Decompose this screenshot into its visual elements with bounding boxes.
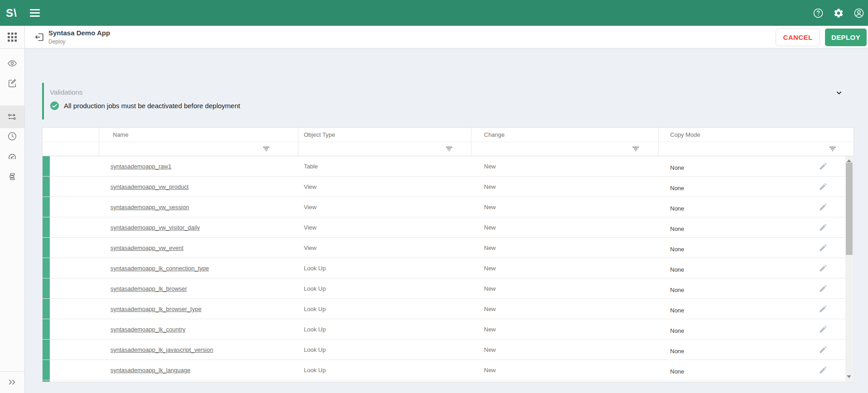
copy-mode-value[interactable]: None — [670, 266, 684, 273]
change-cell: New — [484, 204, 496, 211]
edit-pencil-icon[interactable] — [819, 162, 828, 171]
object-name-link[interactable]: syntasademoapp_vw_event — [110, 244, 183, 251]
collapse-chevron-down-icon[interactable] — [835, 89, 843, 97]
copy-mode-value[interactable]: None — [670, 225, 684, 232]
edit-pencil-icon[interactable] — [819, 304, 828, 313]
object-name-link[interactable]: syntasademoapp_lk_language — [110, 367, 190, 374]
filter-icon[interactable] — [446, 146, 453, 152]
filter-icon[interactable] — [632, 146, 639, 152]
sidebar-item-deploy-pipeline-icon[interactable] — [7, 112, 17, 122]
edit-pencil-icon[interactable] — [819, 365, 828, 374]
row-status-bar — [43, 197, 50, 217]
object-name-link[interactable]: syntasademoapp_lk_browser — [110, 285, 187, 292]
sidebar-item-gauge-icon[interactable] — [7, 152, 17, 162]
exit-back-icon[interactable] — [34, 32, 45, 43]
sidebar-item-schedule-clock-icon[interactable] — [7, 131, 17, 141]
object-type-cell: Look Up — [304, 265, 326, 272]
topbar-actions — [813, 8, 868, 19]
filter-cell-blank — [43, 142, 99, 156]
cancel-button[interactable]: CANCEL — [776, 29, 820, 46]
column-header-copy-mode[interactable]: Copy Mode — [659, 128, 854, 142]
object-name-link[interactable]: syntasademoapp_vw_visitor_daily — [110, 224, 200, 231]
table-row: syntasademoapp_vw_session View New None — [43, 197, 846, 217]
column-header-change[interactable]: Change — [471, 128, 659, 142]
deploy-button[interactable]: DEPLOY — [825, 29, 867, 46]
left-sidebar — [0, 26, 25, 393]
object-name-link[interactable]: syntasademoapp_vw_product — [110, 183, 189, 190]
column-header-object-type[interactable]: Object Type — [298, 128, 471, 142]
change-cell: New — [484, 285, 496, 292]
copy-mode-value[interactable]: None — [670, 307, 684, 314]
account-icon[interactable] — [854, 8, 864, 19]
page-title: Syntasa Demo App — [48, 29, 110, 37]
filter-icon[interactable] — [263, 146, 270, 152]
table-row: syntasademoapp_lk_browser Look Up New No… — [43, 278, 846, 299]
sidebar-item-view-eye-icon[interactable] — [7, 58, 17, 68]
check-circle-icon — [50, 101, 59, 110]
scroll-down-arrow-icon[interactable] — [847, 375, 851, 378]
sidebar-item-edit-icon[interactable] — [7, 78, 17, 88]
page-title-block: Syntasa Demo App Deploy — [48, 29, 110, 45]
row-status-bar — [43, 278, 50, 298]
table-row: syntasademoapp_vw_product View New None — [43, 177, 846, 197]
change-cell: New — [484, 367, 496, 374]
hamburger-menu-icon[interactable] — [30, 8, 41, 19]
copy-mode-value[interactable]: None — [670, 368, 684, 375]
object-type-cell: Look Up — [304, 306, 326, 312]
edit-pencil-icon[interactable] — [819, 284, 828, 293]
edit-pencil-icon[interactable] — [819, 345, 828, 354]
row-status-bar — [43, 156, 50, 176]
deploy-page: { "topbar": { "logo_text": "S\\" }, "hea… — [0, 0, 868, 393]
copy-mode-value[interactable]: None — [670, 185, 684, 192]
object-name-link[interactable]: syntasademoapp_vw_session — [110, 204, 189, 211]
breadcrumb: Deploy — [48, 38, 110, 45]
table-row: syntasademoapp_lk_language Look Up New N… — [43, 360, 846, 380]
row-status-bar — [43, 177, 50, 196]
vertical-scrollbar[interactable] — [845, 156, 853, 381]
object-name-link[interactable]: syntasademoapp_lk_connection_type — [110, 265, 209, 272]
edit-pencil-icon[interactable] — [819, 243, 828, 252]
object-name-link[interactable]: syntasademoapp_lk_country — [110, 326, 186, 333]
object-type-cell: Look Up — [304, 346, 326, 353]
object-name-link[interactable]: syntasademoapp_lk_javascript_version — [110, 346, 213, 353]
copy-mode-value[interactable]: None — [670, 327, 684, 334]
table-row: syntasademoapp_lk_javascript_version Loo… — [43, 340, 846, 360]
edit-pencil-icon[interactable] — [819, 182, 828, 191]
object-name-link[interactable]: syntasademoapp_lk_browser_type — [110, 306, 201, 312]
syntasa-logo: S\ — [6, 7, 17, 19]
edit-pencil-icon[interactable] — [819, 202, 828, 211]
sidebar-item-data-stack-icon[interactable] — [7, 172, 17, 182]
copy-mode-value[interactable]: None — [670, 348, 684, 355]
row-status-bar — [43, 360, 50, 380]
filter-icon[interactable] — [829, 146, 836, 152]
object-type-cell: View — [304, 204, 317, 211]
edit-pencil-icon[interactable] — [819, 325, 828, 334]
sidebar-expand-chevrons-icon[interactable] — [7, 377, 17, 387]
change-cell: New — [484, 244, 496, 251]
table-filter-row — [43, 142, 854, 156]
edit-pencil-icon[interactable] — [819, 223, 828, 232]
copy-mode-value[interactable]: None — [670, 164, 684, 171]
deployment-objects-table: Name Object Type Change Copy Mode syntas… — [42, 127, 854, 382]
row-status-bar — [43, 380, 50, 382]
object-type-cell: Look Up — [304, 285, 326, 292]
apps-grid-icon[interactable] — [7, 32, 17, 42]
object-type-cell: View — [304, 224, 317, 231]
scrollbar-thumb[interactable] — [846, 163, 853, 255]
object-name-link[interactable]: syntasademoapp_raw1 — [110, 163, 171, 170]
filter-cell-change — [471, 142, 659, 156]
change-cell: New — [484, 306, 496, 312]
copy-mode-value[interactable]: None — [670, 287, 684, 293]
copy-mode-value[interactable]: None — [670, 246, 684, 253]
help-icon[interactable] — [813, 8, 824, 19]
copy-mode-value[interactable]: None — [670, 205, 684, 212]
column-header-name[interactable]: Name — [99, 128, 298, 142]
edit-pencil-icon[interactable] — [819, 264, 828, 273]
column-header-blank — [43, 128, 99, 142]
scroll-up-arrow-icon[interactable] — [847, 159, 851, 162]
change-cell: New — [484, 265, 496, 272]
table-row: syntasademoapp_lk_country Look Up New No… — [43, 319, 846, 340]
row-status-bar — [43, 299, 50, 319]
change-cell: New — [484, 163, 496, 170]
settings-gear-icon[interactable] — [833, 8, 844, 19]
